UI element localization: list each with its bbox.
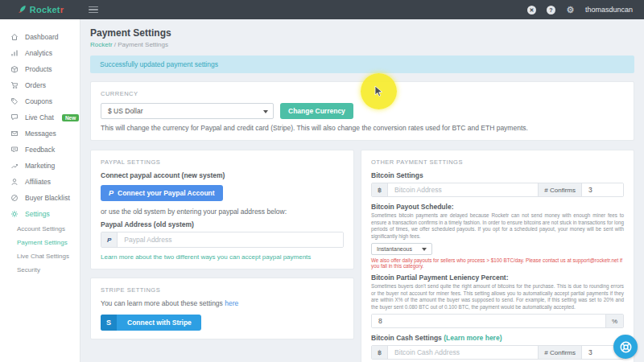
paypal-address-label: Paypal Address (old system): [101, 220, 344, 228]
stripe-settings-panel: STRIPE SETTINGS You can learn more about…: [90, 278, 354, 339]
bitcoin-cash-confirms-label: # Confirms: [538, 346, 581, 359]
other-payment-settings-panel: OTHER PAYMENT SETTINGS Bitcoin Settings …: [361, 150, 634, 362]
trend-icon: [10, 162, 19, 170]
sidebar-item-affiliates[interactable]: Affiliates: [0, 174, 80, 190]
paypal-address-input[interactable]: [118, 232, 343, 247]
other-section-title: OTHER PAYMENT SETTINGS: [371, 158, 624, 166]
paypal-connect-heading: Connect paypal account (new system): [101, 171, 344, 179]
breadcrumb-home-link[interactable]: Rocketr: [90, 41, 113, 48]
connect-paypal-label: Connect your Paypal Account: [118, 189, 215, 197]
user-icon: [10, 178, 19, 186]
brand-logo[interactable]: Rocketr: [0, 5, 80, 14]
sidebar-subitem-security[interactable]: Security: [0, 263, 80, 277]
sidebar-item-label: Dashboard: [25, 33, 59, 41]
paypal-learn-more-link[interactable]: Learn more about the two different ways …: [101, 253, 344, 261]
sidebar-item-label: Orders: [25, 81, 46, 89]
bitcoin-cash-heading: Bitcoin Cash Settings (Learn more here): [371, 334, 624, 342]
leniency-group: %: [371, 314, 624, 328]
gear-icon: [10, 210, 19, 218]
box-icon: [10, 65, 19, 73]
breadcrumb-separator: /: [114, 41, 116, 48]
username-menu[interactable]: thomasduncan: [585, 6, 633, 14]
sidebar-item-marketing[interactable]: Marketing: [0, 158, 80, 174]
sidebar-item-label: Products: [25, 65, 52, 73]
sidebar-item-label: Affiliates: [25, 178, 51, 186]
sidebar-item-label: Buyer Blacklist: [25, 194, 70, 202]
sidebar-subitem-account-settings[interactable]: Account Settings: [0, 222, 80, 236]
sidebar-item-label: Settings: [25, 210, 50, 218]
bitcoin-confirms-input[interactable]: [581, 183, 623, 196]
home-icon: [10, 33, 19, 41]
bitcoin-cash-icon: ฿: [372, 346, 388, 359]
sidebar-item-buyer-blacklist[interactable]: Buyer Blacklist: [0, 190, 80, 206]
bitcoin-settings-heading: Bitcoin Settings: [371, 171, 624, 179]
settings-gear-icon[interactable]: ⚙: [566, 6, 575, 14]
currency-help-text: This will change the currency for Paypal…: [101, 124, 624, 132]
menu-toggle-icon[interactable]: [89, 5, 98, 15]
sidebar-item-analytics[interactable]: Analytics: [0, 45, 80, 61]
paypal-icon: P: [109, 189, 114, 197]
bitcoin-address-input[interactable]: [388, 183, 538, 196]
page-title: Payment Settings: [90, 27, 634, 39]
sidebar-item-orders[interactable]: Orders: [0, 77, 80, 93]
paypal-settings-panel: PAYPAL SETTINGS Connect paypal account (…: [90, 150, 354, 269]
sidebar-subitem-payment-settings[interactable]: Payment Settings: [0, 236, 80, 249]
envelope-icon: [10, 130, 19, 138]
sidebar-item-dashboard[interactable]: Dashboard: [0, 29, 80, 45]
success-alert: Successfully updated payment settings: [90, 56, 634, 73]
daily-payout-note: We also offer daily payouts for sellers …: [371, 257, 624, 269]
connect-stripe-button[interactable]: S Connect with Stripe: [101, 315, 201, 331]
stripe-here-link[interactable]: here: [225, 299, 238, 307]
paypal-address-group: P: [101, 232, 344, 248]
leniency-heading: Bitcoin Partial Payment Leniency Percent…: [371, 274, 624, 282]
leniency-percent-input[interactable]: [372, 315, 605, 327]
breadcrumb: Rocketr / Payment Settings: [90, 41, 634, 48]
sidebar-item-messages[interactable]: Messages: [0, 125, 80, 142]
lifebuoy-icon: [619, 340, 633, 354]
bitcoin-payout-description: Sometimes bitcoin payments are delayed b…: [371, 212, 624, 240]
bitcoin-payout-heading: Bitcoin Payout Schedule:: [371, 203, 624, 211]
currency-select[interactable]: $ US Dollar: [101, 103, 274, 119]
top-navbar: Rocketr ✕ ? ⚙ thomasduncan: [0, 0, 644, 19]
brand-name: Rocketr: [30, 5, 64, 14]
bitcoin-cash-address-input[interactable]: [388, 346, 538, 359]
sidebar-item-feedback[interactable]: Feedback: [0, 142, 80, 158]
bitcoin-cash-address-group: ฿ # Confirms: [371, 345, 624, 360]
sidebar-item-live-chat[interactable]: Live Chat New: [0, 109, 80, 125]
paypal-section-title: PAYPAL SETTINGS: [101, 158, 344, 166]
bitcoin-icon: ฿: [372, 183, 388, 196]
leniency-description: Sometimes buyers don't send quite the ri…: [371, 283, 624, 311]
sidebar-item-products[interactable]: Products: [0, 61, 80, 77]
support-chat-button[interactable]: [613, 335, 638, 359]
ban-icon: [10, 194, 19, 202]
bar-chart-icon: [10, 49, 19, 57]
bitcoin-address-group: ฿ # Confirms: [371, 183, 624, 197]
help-icon[interactable]: ?: [547, 6, 555, 14]
paypal-icon: P: [101, 232, 118, 247]
bitcoin-cash-learn-link[interactable]: (Learn more here): [444, 334, 502, 342]
sidebar-subitem-live-chat-settings[interactable]: Live Chat Settings: [0, 249, 80, 263]
paypal-old-system-text: or use the old system by entering your p…: [101, 208, 344, 216]
connect-stripe-label: Connect with Stripe: [121, 319, 201, 327]
bitcoin-confirms-label: # Confirms: [538, 183, 581, 196]
click-indicator: [361, 73, 397, 109]
sidebar-item-label: Marketing: [25, 162, 55, 170]
cart-icon: [10, 81, 19, 89]
breadcrumb-current: Payment Settings: [118, 41, 168, 48]
cursor-icon: [374, 85, 384, 97]
sidebar-nav: Dashboard Analytics Products Orders Coup…: [0, 19, 80, 362]
connect-paypal-button[interactable]: P Connect your Paypal Account: [101, 185, 223, 201]
chat-icon: [10, 113, 19, 121]
tag-icon: [10, 97, 19, 105]
sidebar-item-label: Feedback: [25, 146, 55, 154]
sidebar-item-settings[interactable]: Settings: [0, 206, 80, 222]
sidebar-item-label: Messages: [25, 130, 56, 138]
payout-schedule-select[interactable]: Instantaneous: [371, 243, 432, 255]
power-icon[interactable]: ✕: [527, 6, 536, 14]
sidebar-item-coupons[interactable]: Coupons: [0, 93, 80, 109]
change-currency-button[interactable]: Change Currency: [280, 103, 353, 119]
rocket-icon: [17, 5, 27, 14]
stripe-icon: S: [101, 315, 117, 331]
percent-addon: %: [605, 315, 623, 327]
sidebar-item-label: Coupons: [25, 97, 52, 105]
